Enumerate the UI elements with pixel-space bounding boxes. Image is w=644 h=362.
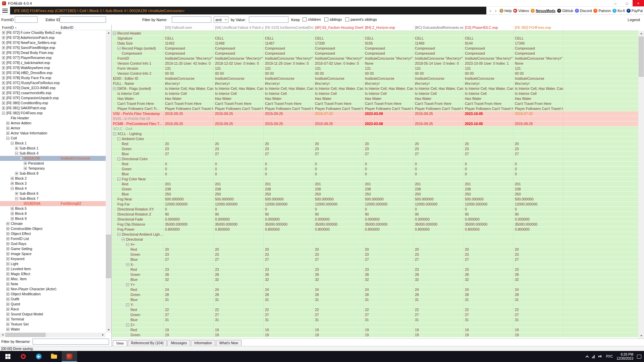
tree-item[interactable]: Sub-Block 1: [0, 146, 106, 151]
grid-cell[interactable]: 23: [164, 267, 214, 272]
grid-cell[interactable]: [364, 302, 414, 307]
grid-cell[interactable]: 0.000000: [264, 217, 314, 222]
row-label[interactable]: Directional Rotation Z: [112, 212, 164, 217]
grid-column-header[interactable]: [00] Fallout4.esm: [164, 25, 214, 31]
row-label[interactable]: Can't Travel From Here: [112, 101, 164, 106]
grid-cell[interactable]: 31: [164, 317, 214, 322]
grid-cell[interactable]: [464, 136, 514, 141]
grid-cell[interactable]: 500.000000: [464, 197, 514, 201]
grid-cell[interactable]: [264, 177, 314, 181]
grid-cell[interactable]: 20: [514, 141, 564, 146]
grid-cell[interactable]: [314, 157, 364, 161]
grid-cell[interactable]: InstituteConcourse "Институт" [...: [514, 56, 564, 61]
grid-cell[interactable]: 201: [464, 182, 514, 186]
tree-item[interactable]: File Header: [0, 116, 106, 121]
grid-cell[interactable]: [464, 31, 514, 36]
grid-cell[interactable]: InstituteConcourse "Институт" [...: [264, 56, 314, 61]
grid-cell[interactable]: 250: [464, 192, 514, 196]
row-label[interactable]: Fog Near: [112, 197, 164, 201]
expand-icon[interactable]: [11, 177, 14, 180]
grid-cell[interactable]: [464, 126, 514, 131]
grid-vertical-scrollbar[interactable]: [638, 31, 644, 339]
tree-item[interactable]: [FE 079] WaitAnywhere.esp: [0, 65, 106, 70]
grid-cell[interactable]: Player Followers Can't Travel Here: [364, 106, 414, 111]
tree-item[interactable]: Game Setting: [0, 246, 106, 251]
tab-whats-new[interactable]: What's New: [216, 340, 241, 346]
row-label[interactable]: Y-: [112, 302, 164, 307]
grid-cell[interactable]: [214, 131, 264, 136]
grid-cell[interactable]: Институт: [264, 81, 314, 86]
grid-cell[interactable]: 238: [164, 187, 214, 191]
grid-cell[interactable]: Can't Travel From Here: [414, 101, 464, 106]
grid-cell[interactable]: 20: [164, 141, 214, 146]
grid-cell[interactable]: [514, 242, 564, 247]
expand-icon[interactable]: [6, 273, 9, 276]
grid-cell[interactable]: [164, 177, 214, 181]
grid-cell[interactable]: [514, 282, 564, 287]
grid-cell[interactable]: 20: [364, 247, 414, 252]
row-label[interactable]: FULL - Name: [112, 81, 164, 86]
row-label[interactable]: XCLL - Lighting: [112, 131, 164, 136]
row-label[interactable]: Z+: [112, 322, 164, 327]
row-label[interactable]: Blue: [112, 257, 164, 262]
volume-icon[interactable]: [598, 355, 602, 358]
grid-cell[interactable]: Can't Travel From Here: [314, 101, 364, 106]
grid-cell[interactable]: [264, 136, 314, 141]
grid-cell[interactable]: 28: [214, 292, 264, 297]
grid-cell[interactable]: 19: [464, 327, 514, 332]
grid-cell[interactable]: 24: [414, 287, 464, 292]
tree-item[interactable]: Sub-Block 6: [0, 191, 106, 196]
grid-cell[interactable]: [214, 232, 264, 237]
grid-cell[interactable]: Has Water: [514, 96, 564, 101]
expand-icon[interactable]: [6, 257, 9, 260]
tree-item[interactable]: Armor Addon: [0, 121, 106, 126]
expand-icon[interactable]: [6, 232, 9, 235]
grid-cell[interactable]: 0: [314, 207, 364, 212]
grid-cell[interactable]: 00 00: [514, 71, 564, 76]
expand-icon[interactable]: [24, 167, 27, 170]
grid-cell[interactable]: 23: [214, 267, 264, 272]
tab-messages[interactable]: Messages: [167, 340, 190, 346]
grid-cell[interactable]: 19: [364, 333, 414, 337]
grid-cell[interactable]: Can't Travel From Here: [364, 101, 414, 106]
grid-cell[interactable]: 22: [264, 307, 314, 312]
grid-cell[interactable]: [164, 136, 214, 141]
grid-cell[interactable]: InstituteConcourse: [514, 76, 564, 81]
grid-cell[interactable]: 27: [364, 257, 414, 262]
grid-cell[interactable]: 500.000000: [214, 197, 264, 201]
tree-item[interactable]: [FE 07E] csaarmorslotfix.esp: [0, 90, 106, 96]
grid-cell[interactable]: [464, 282, 514, 287]
row-label[interactable]: PCMB - PreCombined Files T...: [112, 121, 164, 126]
grid-cell[interactable]: 0: [514, 162, 564, 166]
grid-cell[interactable]: [214, 322, 264, 327]
grid-cell[interactable]: 0: [364, 172, 414, 176]
grid-cell[interactable]: 0: [214, 172, 264, 176]
scroll-right-button[interactable]: [100, 333, 106, 337]
grid-cell[interactable]: [364, 126, 414, 131]
grid-cell[interactable]: 23: [364, 267, 414, 272]
editorid-input[interactable]: [60, 16, 106, 23]
grid-cell[interactable]: 500.000000: [314, 197, 364, 201]
grid-cell[interactable]: 2015-09-25: [514, 121, 564, 126]
grid-cell[interactable]: 0.000000: [164, 217, 214, 222]
grid-cell[interactable]: None: [514, 61, 564, 66]
grid-cell[interactable]: 2023-03-08: [364, 121, 414, 126]
grid-cell[interactable]: Институт: [464, 81, 514, 86]
grid-cell[interactable]: Has Water: [414, 96, 464, 101]
grid-cell[interactable]: 131: [414, 66, 464, 71]
grid-cell[interactable]: [214, 157, 264, 161]
grid-cell[interactable]: 500.000000: [264, 197, 314, 201]
grid-cell[interactable]: 0.000000: [514, 217, 564, 222]
tree-item[interactable]: Image Space: [0, 251, 106, 256]
expand-icon[interactable]: [6, 313, 9, 316]
collapse-icon[interactable]: [117, 137, 120, 140]
minimize-button[interactable]: –: [610, 0, 621, 6]
grid-cell[interactable]: 250: [364, 192, 414, 196]
grid-cell[interactable]: 23: [414, 267, 464, 272]
grid-cell[interactable]: 27: [214, 312, 264, 317]
grid-cell[interactable]: Has Water: [314, 96, 364, 101]
grid-cell[interactable]: Compressed: [214, 46, 264, 51]
row-label[interactable]: Blue: [112, 192, 164, 196]
grid-cell[interactable]: [264, 322, 314, 327]
grid-cell[interactable]: [514, 136, 564, 141]
